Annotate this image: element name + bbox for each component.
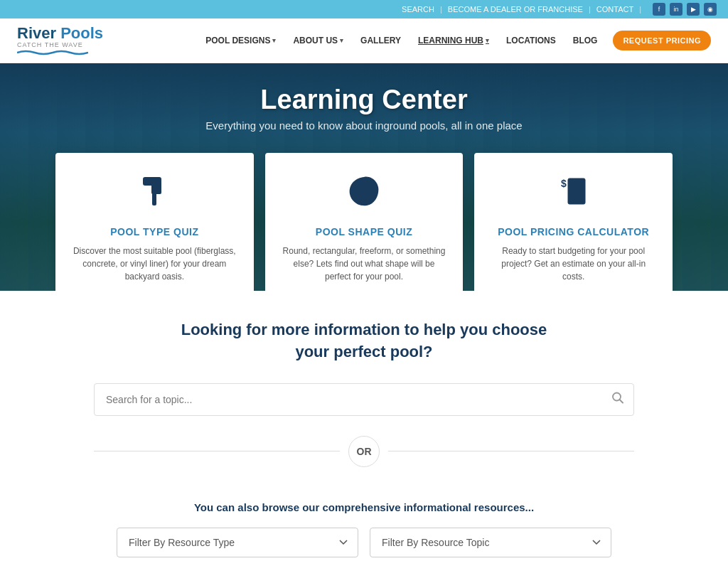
chevron-down-icon: ▾ bbox=[486, 37, 489, 44]
separator-1: | bbox=[440, 5, 442, 14]
pool-shape-quiz-card: POOL SHAPE QUIZ Round, rectangular, free… bbox=[265, 153, 464, 291]
hero-subtitle: Everything you need to know about ingrou… bbox=[205, 119, 522, 132]
separator-3: | bbox=[639, 5, 641, 14]
or-label: OR bbox=[348, 436, 380, 467]
social-icons: f in ▶ ◉ bbox=[653, 3, 717, 16]
pool-type-quiz-card: POOL TYPE QUIZ Discover the most suitabl… bbox=[55, 153, 254, 291]
svg-rect-7 bbox=[570, 196, 574, 199]
pool-pricing-desc: Ready to start budgeting for your pool p… bbox=[491, 245, 655, 283]
search-input[interactable] bbox=[94, 383, 634, 416]
pool-shape-quiz-desc: Round, rectangular, freeform, or somethi… bbox=[282, 245, 446, 283]
separator-2: | bbox=[589, 5, 591, 14]
pool-type-quiz-desc: Discover the most suitable pool (fibergl… bbox=[73, 245, 237, 283]
pool-shape-quiz-title: POOL SHAPE QUIZ bbox=[282, 226, 446, 237]
contact-link[interactable]: CONTACT bbox=[596, 5, 633, 14]
search-bar-wrap bbox=[94, 383, 634, 416]
cards-row: POOL TYPE QUIZ Discover the most suitabl… bbox=[50, 153, 678, 291]
blog-nav[interactable]: BLOG bbox=[566, 31, 605, 50]
about-us-nav[interactable]: ABOUT US ▾ bbox=[286, 31, 350, 50]
logo-text: River Pools bbox=[17, 26, 103, 41]
logo-area[interactable]: River Pools CATCH THE WAVE bbox=[17, 26, 103, 55]
learning-hub-nav[interactable]: LEARNING HUB ▾ bbox=[411, 31, 496, 50]
pool-type-quiz-title: POOL TYPE QUIZ bbox=[73, 226, 237, 237]
search-heading: Looking for more information to help you… bbox=[179, 319, 549, 363]
or-line-left bbox=[94, 451, 340, 451]
or-line-right bbox=[388, 451, 634, 451]
svg-rect-1 bbox=[143, 177, 161, 186]
logo-wave-icon bbox=[17, 48, 88, 55]
filter-by-resource-type[interactable]: Filter By Resource Type bbox=[117, 528, 358, 557]
facebook-icon[interactable]: f bbox=[653, 3, 665, 16]
pool-pricing-card: $ POOL PRICING CALCULATOR Ready to start… bbox=[474, 153, 673, 291]
pool-pricing-title: POOL PRICING CALCULATOR bbox=[491, 226, 655, 237]
youtube-icon[interactable]: ▶ bbox=[687, 3, 700, 16]
or-divider: OR bbox=[94, 436, 634, 467]
svg-rect-2 bbox=[152, 193, 156, 205]
hero-title: Learning Center bbox=[260, 85, 467, 115]
filter-row: Filter By Resource Type Filter By Resour… bbox=[94, 528, 634, 557]
search-link[interactable]: SEARCH bbox=[402, 5, 434, 14]
svg-rect-8 bbox=[576, 196, 579, 199]
logo-tagline: CATCH THE WAVE bbox=[17, 41, 83, 48]
request-pricing-button[interactable]: REQUEST PRICING bbox=[613, 31, 711, 50]
hammer-icon bbox=[73, 173, 237, 218]
calculator-icon: $ bbox=[491, 173, 655, 218]
main-header: River Pools CATCH THE WAVE POOL DESIGNS … bbox=[0, 18, 728, 63]
search-section: Looking for more information to help you… bbox=[0, 291, 728, 501]
svg-line-11 bbox=[620, 400, 623, 403]
hero-section: Learning Center Everything you need to k… bbox=[0, 63, 728, 291]
chevron-down-icon: ▾ bbox=[340, 37, 343, 44]
svg-text:$: $ bbox=[561, 178, 567, 189]
search-submit-button[interactable] bbox=[611, 391, 624, 407]
dealer-link[interactable]: BECOME A DEALER OR FRANCHISE bbox=[448, 5, 583, 14]
search-icon bbox=[611, 391, 624, 404]
main-nav: POOL DESIGNS ▾ ABOUT US ▾ GALLERY LEARNI… bbox=[198, 31, 711, 50]
svg-rect-5 bbox=[570, 190, 574, 193]
locations-nav[interactable]: LOCATIONS bbox=[499, 31, 563, 50]
browse-heading: You can also browse our comprehensive in… bbox=[14, 501, 714, 513]
gallery-nav[interactable]: GALLERY bbox=[353, 31, 408, 50]
filter-by-resource-topic[interactable]: Filter By Resource Topic bbox=[370, 528, 611, 557]
top-bar: SEARCH | BECOME A DEALER OR FRANCHISE | … bbox=[0, 0, 728, 18]
instagram-icon[interactable]: ◉ bbox=[704, 3, 717, 16]
svg-rect-6 bbox=[576, 190, 579, 193]
chevron-down-icon: ▾ bbox=[272, 37, 276, 44]
linkedin-icon[interactable]: in bbox=[670, 3, 682, 16]
browse-section: You can also browse our comprehensive in… bbox=[0, 501, 728, 586]
pool-designs-nav[interactable]: POOL DESIGNS ▾ bbox=[198, 31, 283, 50]
blob-icon bbox=[282, 173, 446, 218]
svg-rect-4 bbox=[570, 181, 580, 187]
